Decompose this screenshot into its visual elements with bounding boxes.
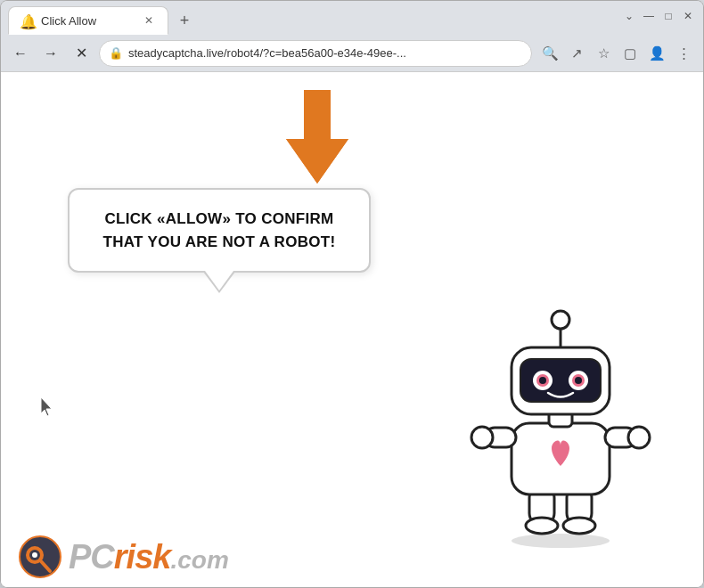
lock-icon: 🔒 bbox=[109, 46, 123, 60]
address-bar[interactable]: 🔒 steadycaptcha.live/robot4/?c=bea56a00-… bbox=[99, 40, 532, 67]
svg-rect-16 bbox=[520, 359, 601, 402]
menu-button[interactable]: ⋮ bbox=[671, 41, 696, 66]
watermark: PCrisk.com bbox=[19, 535, 229, 578]
reload-button[interactable]: ✕ bbox=[69, 41, 94, 66]
robot-svg bbox=[463, 298, 659, 548]
toolbar-icons: 🔍 ↗ ☆ ▢ 👤 ⋮ bbox=[537, 41, 696, 66]
robot-illustration bbox=[463, 298, 659, 551]
new-tab-button[interactable]: + bbox=[172, 8, 197, 33]
tab-strip: 🔔 Click Allow ✕ + bbox=[8, 1, 614, 35]
watermark-pc: PC bbox=[69, 538, 114, 576]
title-bar: 🔔 Click Allow ✕ + ⌄ — □ ✕ bbox=[1, 1, 703, 35]
svg-point-9 bbox=[471, 427, 493, 448]
svg-point-26 bbox=[32, 552, 37, 558]
forward-button[interactable]: → bbox=[38, 41, 63, 66]
svg-point-2 bbox=[512, 534, 610, 548]
window-controls: ⌄ — □ ✕ bbox=[621, 8, 696, 24]
close-window-button[interactable]: ✕ bbox=[680, 8, 696, 24]
svg-point-15 bbox=[552, 311, 569, 329]
svg-point-11 bbox=[628, 427, 650, 448]
page-content: CLICK «ALLOW» TO CONFIRM THAT YOU ARE NO… bbox=[1, 72, 703, 587]
speech-bubble: CLICK «ALLOW» TO CONFIRM THAT YOU ARE NO… bbox=[68, 188, 371, 273]
back-button[interactable]: ← bbox=[8, 41, 33, 66]
arrow-indicator bbox=[277, 90, 357, 192]
tab-close-button[interactable]: ✕ bbox=[141, 12, 157, 29]
profile-button[interactable]: 👤 bbox=[644, 41, 669, 66]
svg-point-19 bbox=[539, 377, 546, 384]
svg-point-22 bbox=[575, 377, 582, 384]
watermark-domain: .com bbox=[170, 546, 228, 575]
url-text: steadycaptcha.live/robot4/?c=bea56a00-e3… bbox=[128, 46, 522, 60]
tab-title: Click Allow bbox=[41, 14, 134, 28]
mouse-cursor bbox=[41, 397, 52, 413]
minimize-button[interactable]: — bbox=[641, 8, 657, 24]
toolbar: ← → ✕ 🔒 steadycaptcha.live/robot4/?c=bea… bbox=[1, 35, 703, 72]
speech-bubble-text: CLICK «ALLOW» TO CONFIRM THAT YOU ARE NO… bbox=[96, 208, 342, 253]
split-view-button[interactable]: ▢ bbox=[618, 41, 643, 66]
svg-marker-1 bbox=[286, 90, 348, 184]
maximize-button[interactable]: □ bbox=[660, 8, 676, 24]
svg-point-5 bbox=[526, 518, 558, 534]
tab-search-icon[interactable]: ⌄ bbox=[621, 8, 637, 24]
share-button[interactable]: ↗ bbox=[564, 41, 589, 66]
watermark-text: PCrisk.com bbox=[69, 538, 229, 576]
search-toolbar-button[interactable]: 🔍 bbox=[537, 41, 562, 66]
bookmark-button[interactable]: ☆ bbox=[591, 41, 616, 66]
watermark-logo-icon bbox=[19, 535, 61, 578]
browser-window: 🔔 Click Allow ✕ + ⌄ — □ ✕ ← → ✕ 🔒 steady… bbox=[0, 0, 704, 588]
tab-favicon-icon: 🔔 bbox=[20, 13, 34, 28]
svg-point-6 bbox=[563, 518, 595, 534]
active-tab[interactable]: 🔔 Click Allow ✕ bbox=[8, 6, 168, 35]
watermark-risk: risk bbox=[114, 538, 171, 576]
